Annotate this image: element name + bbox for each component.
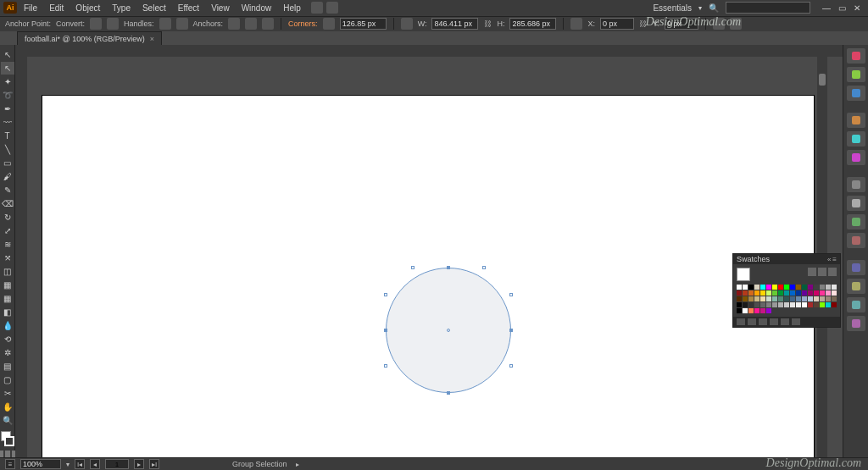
panel-properties-icon[interactable]: [847, 316, 865, 331]
show-handles-icon[interactable]: [159, 18, 171, 30]
bezier-handle-icon[interactable]: [384, 364, 387, 368]
swatch-cell[interactable]: [826, 302, 831, 307]
swatch-cell[interactable]: [778, 302, 783, 307]
ruler-horizontal[interactable]: [27, 45, 843, 57]
panel-swatches-icon[interactable]: [847, 86, 865, 101]
artboard-number-input[interactable]: [105, 459, 129, 469]
w-input[interactable]: [431, 18, 478, 30]
window-maximize-button[interactable]: ▭: [834, 2, 849, 14]
window-minimize-button[interactable]: —: [819, 2, 834, 14]
line-tool[interactable]: ╲: [1, 143, 14, 156]
slice-tool[interactable]: ✂: [1, 387, 14, 400]
swatch-cell[interactable]: [778, 296, 783, 301]
convert-corner-icon[interactable]: [90, 18, 102, 30]
bezier-handle-icon[interactable]: [509, 293, 513, 296]
swatch-cell[interactable]: [737, 296, 742, 301]
anchor-point-left[interactable]: [384, 329, 387, 332]
swatch-cell[interactable]: [766, 290, 771, 296]
panel-collapse-icon[interactable]: «: [827, 256, 831, 263]
scale-tool[interactable]: ⤢: [1, 224, 14, 237]
anchor-point-bottom[interactable]: [447, 391, 450, 395]
corner-type-icon[interactable]: [323, 18, 335, 30]
chevron-right-icon[interactable]: ▸: [296, 461, 299, 468]
swatch-cell[interactable]: [766, 296, 771, 301]
swatch-cell[interactable]: [754, 302, 760, 307]
swatch-cell[interactable]: [748, 296, 754, 301]
swatch-cell[interactable]: [772, 285, 777, 290]
hand-tool[interactable]: ✋: [1, 401, 14, 413]
swatch-cell[interactable]: [760, 290, 765, 296]
swatch-cell[interactable]: [737, 290, 742, 296]
eyedropper-tool[interactable]: 💧: [1, 319, 14, 332]
arrange-docs-icon[interactable]: [326, 2, 338, 14]
swatch-cell[interactable]: [814, 296, 819, 301]
swatch-cell[interactable]: [790, 285, 795, 290]
hide-handles-icon[interactable]: [176, 18, 188, 30]
swatch-cell[interactable]: [743, 296, 748, 301]
swatch-cell[interactable]: [814, 285, 819, 290]
swatch-cell[interactable]: [796, 296, 801, 301]
isolate-icon[interactable]: [713, 18, 725, 30]
bezier-handle-icon[interactable]: [509, 364, 513, 368]
swatch-cell[interactable]: [820, 296, 825, 301]
swatch-cell[interactable]: [790, 302, 795, 307]
rectangle-tool[interactable]: ▭: [1, 157, 14, 169]
artboard-first-button[interactable]: I◂: [75, 459, 85, 469]
swatch-cell[interactable]: [772, 302, 777, 307]
type-tool[interactable]: T: [1, 130, 14, 142]
h-input[interactable]: [509, 18, 556, 30]
swatch-view-list-icon[interactable]: [818, 268, 826, 276]
paintbrush-tool[interactable]: 🖌: [1, 170, 14, 183]
swatch-cell[interactable]: [826, 296, 831, 301]
swatch-cell[interactable]: [820, 285, 825, 290]
swatch-cell[interactable]: [760, 308, 765, 313]
swatch-cell[interactable]: [766, 302, 771, 307]
swatch-cell[interactable]: [748, 290, 754, 296]
swatch-cell[interactable]: [820, 302, 825, 307]
direct-selection-tool[interactable]: ↖: [1, 62, 14, 75]
chevron-down-icon[interactable]: ▾: [66, 461, 70, 468]
workspace-label[interactable]: Essentials: [653, 3, 692, 13]
panel-appearance-icon[interactable]: [847, 214, 865, 229]
chevron-down-icon[interactable]: ▾: [698, 4, 702, 12]
panel-graphic-styles-icon[interactable]: [847, 233, 865, 248]
pasteboard[interactable]: [27, 57, 817, 457]
magic-wand-tool[interactable]: ✦: [1, 75, 14, 88]
shape-builder-tool[interactable]: ◫: [1, 265, 14, 278]
bezier-handle-icon[interactable]: [482, 266, 486, 269]
swatch-options-icon[interactable]: [828, 268, 837, 276]
draw-normal-icon[interactable]: [0, 451, 3, 457]
corners-input[interactable]: [340, 18, 387, 30]
options-more-icon[interactable]: [730, 18, 742, 30]
selected-ellipse-object[interactable]: [386, 268, 511, 393]
free-transform-tool[interactable]: ⤧: [1, 252, 14, 264]
panel-layers-icon[interactable]: [847, 260, 865, 275]
swatch-cell[interactable]: [778, 308, 783, 313]
anchor-point-right[interactable]: [509, 329, 513, 332]
swatch-cell[interactable]: [737, 302, 742, 307]
symbol-sprayer-tool[interactable]: ✲: [1, 346, 14, 359]
panel-symbols-icon[interactable]: [847, 131, 865, 147]
blend-tool[interactable]: ⟲: [1, 333, 14, 346]
link-xy-icon[interactable]: ⛓: [639, 18, 648, 30]
menu-type[interactable]: Type: [107, 2, 136, 14]
zoom-tool[interactable]: 🔍: [1, 414, 14, 427]
swatch-cell[interactable]: [754, 290, 760, 296]
artboard-tool[interactable]: ▢: [1, 373, 14, 386]
swatch-cell[interactable]: [796, 285, 801, 290]
ruler-origin[interactable]: [15, 45, 27, 57]
swatch-cell[interactable]: [832, 308, 837, 313]
eraser-tool[interactable]: ⌫: [1, 197, 14, 210]
swatch-cell[interactable]: [772, 296, 777, 301]
swatch-cell[interactable]: [790, 308, 795, 313]
bezier-handle-icon[interactable]: [384, 293, 387, 296]
connect-anchor-icon[interactable]: [262, 18, 274, 30]
menu-file[interactable]: File: [19, 2, 42, 14]
swatch-cell[interactable]: [808, 302, 813, 307]
swatch-cell[interactable]: [743, 290, 748, 296]
swatch-cell[interactable]: [832, 285, 837, 290]
panel-color-guide-icon[interactable]: [847, 67, 865, 82]
swatch-cell[interactable]: [790, 290, 795, 296]
swatch-cell[interactable]: [802, 290, 807, 296]
new-swatch-icon[interactable]: [781, 318, 789, 325]
